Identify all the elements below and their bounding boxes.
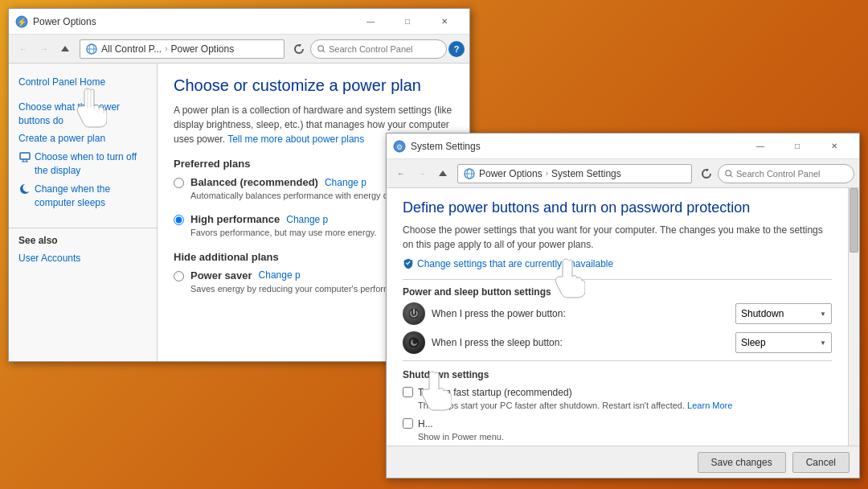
breadcrumb: All Control P... › Power Options xyxy=(101,43,234,55)
fast-startup-sublabel: This helps start your PC faster after sh… xyxy=(418,400,732,412)
sleep-dropdown-arrow: ▼ xyxy=(820,339,826,347)
system-breadcrumb: Power Options › System Settings xyxy=(479,168,621,179)
up-button[interactable] xyxy=(55,39,75,59)
power-options-nav-bar: ← → All Control P... › Power Options xyxy=(9,35,469,64)
user-accounts-label: User Accounts xyxy=(18,252,80,265)
system-maximize-button[interactable]: □ xyxy=(779,134,816,159)
system-settings-nav-bar: ← → Power Options › System Settings xyxy=(387,159,859,188)
power-saver-plan-name: Power saver xyxy=(190,269,252,281)
system-forward-button[interactable]: → xyxy=(412,164,432,183)
system-content-area: Define power buttons and turn on passwor… xyxy=(387,188,859,446)
system-search-input[interactable] xyxy=(736,169,847,179)
system-close-button[interactable]: ✕ xyxy=(816,134,853,159)
scrollbar-thumb[interactable] xyxy=(850,188,858,253)
sidebar-home-label: Control Panel Home xyxy=(18,76,105,89)
hibernate-checkbox[interactable] xyxy=(403,418,413,429)
globe-icon xyxy=(85,43,98,55)
scrollbar-track[interactable] xyxy=(848,188,859,446)
high-performance-plan-name: High performance xyxy=(190,213,280,225)
system-address-bar[interactable]: Power Options › System Settings xyxy=(457,164,692,183)
close-button[interactable]: ✕ xyxy=(426,9,463,35)
sidebar-item-create-plan[interactable]: Create a power plan xyxy=(18,129,147,148)
system-main-content: Define power buttons and turn on passwor… xyxy=(387,188,848,446)
system-search-bar[interactable] xyxy=(718,164,854,183)
svg-point-5 xyxy=(318,45,324,51)
svg-point-19 xyxy=(408,337,420,348)
high-performance-radio[interactable] xyxy=(174,215,184,225)
hibernate-sublabel: Show in Power menu. xyxy=(418,431,504,443)
sidebar-item-display[interactable]: Choose when to turn off the display xyxy=(18,148,147,180)
sidebar-item-home[interactable]: Control Panel Home xyxy=(18,73,147,92)
sidebar-create-plan-label: Create a power plan xyxy=(18,132,105,146)
save-changes-button[interactable]: Save changes xyxy=(698,452,786,473)
system-minimize-button[interactable]: — xyxy=(742,134,779,159)
power-options-title-bar: ⚡ Power Options — □ ✕ xyxy=(9,9,469,35)
sidebar-item-user-accounts[interactable]: User Accounts xyxy=(18,249,147,268)
learn-more-link[interactable]: Learn More xyxy=(687,401,732,410)
svg-text:⚙: ⚙ xyxy=(396,143,403,151)
refresh-button[interactable] xyxy=(289,39,309,59)
hibernate-row: H... Show in Power menu. xyxy=(403,417,832,443)
change-unavailable-link[interactable]: Change settings that are currently unava… xyxy=(403,258,832,269)
breadcrumb-part2: Power Options xyxy=(171,43,235,55)
define-description: Choose the power settings that you want … xyxy=(403,223,832,252)
system-settings-title: System Settings xyxy=(411,141,742,152)
svg-point-16 xyxy=(726,170,731,175)
sidebar-links-section: Choose what the power buttons do Create … xyxy=(9,95,157,216)
maximize-button[interactable]: □ xyxy=(389,9,426,35)
power-icon xyxy=(403,302,425,325)
search-bar[interactable] xyxy=(310,39,447,59)
hibernate-label: H... xyxy=(418,417,504,431)
high-performance-change-link[interactable]: Change p xyxy=(286,214,328,225)
divider-1 xyxy=(403,279,832,280)
back-button[interactable]: ← xyxy=(14,39,33,59)
breadcrumb-part1: All Control P... xyxy=(101,43,162,55)
power-saver-change-link[interactable]: Change p xyxy=(259,269,301,281)
svg-rect-7 xyxy=(20,153,30,159)
address-bar[interactable]: All Control P... › Power Options xyxy=(80,39,285,59)
sidebar-item-sleep[interactable]: Change when the computer sleeps xyxy=(18,180,147,212)
svg-line-6 xyxy=(323,50,326,51)
power-dropdown-arrow: ▼ xyxy=(820,310,826,318)
sidebar-power-buttons-label: Choose what the power buttons do xyxy=(18,101,147,128)
sidebar-home-section: Control Panel Home xyxy=(9,70,157,95)
system-settings-window[interactable]: ⚙ System Settings — □ ✕ ← → Power Op xyxy=(386,133,860,479)
change-unavailable-text: Change settings that are currently unava… xyxy=(417,258,613,269)
fast-startup-content: Turn on fast startup (recommended) This … xyxy=(418,385,732,412)
sidebar: Control Panel Home Choose what the power… xyxy=(9,64,158,361)
svg-text:⚡: ⚡ xyxy=(17,17,27,27)
divider-2 xyxy=(403,360,832,361)
sleep-button-value: Sleep xyxy=(741,337,766,348)
power-saver-radio[interactable] xyxy=(174,271,184,281)
fast-startup-row: Turn on fast startup (recommended) This … xyxy=(403,385,832,412)
forward-button[interactable]: → xyxy=(35,39,54,59)
system-breadcrumb-part1: Power Options xyxy=(479,168,542,179)
sidebar-item-power-buttons[interactable]: Choose what the power buttons do xyxy=(18,98,147,130)
power-options-icon: ⚡ xyxy=(15,15,28,28)
sleep-button-row: When I press the sleep button: Sleep ▼ xyxy=(403,331,832,354)
power-button-dropdown[interactable]: Shutdown ▼ xyxy=(735,303,832,324)
search-input[interactable] xyxy=(329,44,440,54)
power-sleep-section-title: Power and sleep button settings xyxy=(403,286,832,298)
minimize-button[interactable]: — xyxy=(352,9,389,35)
system-settings-title-bar: ⚙ System Settings — □ ✕ xyxy=(387,134,859,159)
see-also-title: See also xyxy=(18,235,147,246)
balanced-change-link[interactable]: Change p xyxy=(325,177,366,188)
system-breadcrumb-part2: System Settings xyxy=(551,168,621,179)
system-settings-title-bar-controls: — □ ✕ xyxy=(742,134,853,159)
sleep-button-dropdown[interactable]: Sleep ▼ xyxy=(735,332,832,353)
search-icon xyxy=(317,44,326,54)
balanced-radio[interactable] xyxy=(174,178,184,188)
tell-me-more-link[interactable]: Tell me more about power plans xyxy=(227,134,364,145)
system-settings-icon: ⚙ xyxy=(393,140,406,153)
power-options-title: Power Options xyxy=(33,16,352,27)
help-button[interactable]: ? xyxy=(448,41,465,57)
system-globe-icon xyxy=(463,167,476,180)
footer-bar: Save changes Cancel xyxy=(387,446,859,478)
shield-uac-icon xyxy=(403,258,414,269)
system-back-button[interactable]: ← xyxy=(391,164,411,183)
system-up-button[interactable] xyxy=(433,164,452,183)
system-refresh-button[interactable] xyxy=(697,164,716,183)
cancel-button[interactable]: Cancel xyxy=(792,452,850,473)
fast-startup-checkbox[interactable] xyxy=(403,387,413,397)
